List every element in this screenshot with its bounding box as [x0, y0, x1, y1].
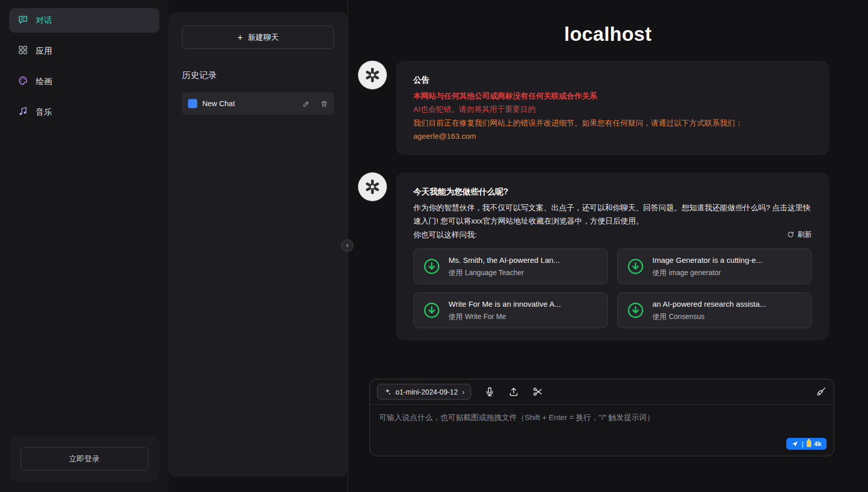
- message-list: 公告 本网站与任何其他公司或商标没有任何关联或合作关系 AI也会犯错。请勿将其用…: [348, 61, 868, 378]
- history-item-title: New Chat: [202, 100, 297, 108]
- model-label: o1-mini-2024-09-12: [395, 388, 458, 396]
- main-chat-area: localhost 公告 本网站与任何其他公司或商标没有任何关联或合作关系 AI…: [347, 0, 868, 492]
- sidebar-nav: 对话 应用 绘画 音乐: [9, 8, 159, 125]
- suggestion-title: Image Generator is a cutting-e...: [652, 255, 803, 265]
- sparkle-icon: [384, 388, 391, 396]
- openai-logo-icon: [363, 177, 382, 196]
- sidebar-item-label: 绘画: [36, 77, 52, 87]
- refresh-label: 刷新: [797, 228, 812, 241]
- app-window: 对话 应用 绘画 音乐 立即登录: [0, 0, 868, 492]
- upload-icon[interactable]: [508, 386, 519, 397]
- chat-bubble-icon: [17, 14, 29, 27]
- composer-body: | 4k: [370, 405, 834, 456]
- microphone-icon[interactable]: [484, 386, 495, 397]
- edit-icon[interactable]: [302, 100, 310, 108]
- suggestion-grid: Ms. Smith, the AI-powered Lan... 使用 Lang…: [413, 249, 812, 328]
- suggestion-subtitle: 使用 Language Teacher: [449, 268, 599, 278]
- suggestion-subtitle: 使用 Write For Me: [449, 312, 599, 322]
- refresh-icon: [787, 231, 794, 238]
- sidebar-item-chat[interactable]: 对话: [9, 8, 159, 33]
- welcome-body: 作为你的智慧伙伴，我不仅可以写文案、出点子，还可以和你聊天、回答问题。想知道我还…: [413, 201, 812, 228]
- refresh-button[interactable]: 刷新: [787, 228, 812, 241]
- sidebar-item-label: 应用: [36, 46, 52, 57]
- broom-clear-icon[interactable]: [816, 386, 827, 397]
- plus-icon: +: [237, 33, 243, 42]
- sidebar-item-paint[interactable]: 绘画: [9, 69, 159, 94]
- token-badge[interactable]: | 4k: [786, 438, 827, 450]
- history-panel: + 新建聊天 历史记录 New Chat: [169, 0, 347, 492]
- announcement-line2: AI也会犯错。请勿将其用于重要目的: [413, 103, 812, 116]
- openai-logo-icon: [363, 65, 382, 85]
- scissors-icon[interactable]: [532, 386, 543, 397]
- token-count: 4k: [814, 440, 822, 448]
- circle-down-arrow-icon: [422, 257, 441, 276]
- history-list-item[interactable]: New Chat: [182, 92, 334, 115]
- new-chat-button[interactable]: + 新建聊天: [182, 26, 334, 49]
- send-plane-icon: [791, 440, 799, 448]
- battery-icon: [807, 440, 811, 447]
- composer: o1-mini-2024-09-12 ›: [369, 379, 834, 456]
- suggestion-subtitle: 使用 image generator: [652, 268, 803, 278]
- assistant-avatar: [358, 173, 387, 201]
- welcome-bubble: 今天我能为您做些什么呢? 作为你的智慧伙伴，我不仅可以写文案、出点子，还可以和你…: [396, 173, 829, 340]
- message-welcome: 今天我能为您做些什么呢? 作为你的智慧伙伴，我不仅可以写文案、出点子，还可以和你…: [358, 173, 829, 340]
- collapse-sidebar-button[interactable]: ‹: [341, 239, 354, 252]
- assistant-avatar: [358, 61, 387, 89]
- delete-icon[interactable]: [320, 100, 328, 108]
- palette-icon: [17, 75, 29, 88]
- history-title: 历史记录: [182, 69, 334, 81]
- model-selector[interactable]: o1-mini-2024-09-12 ›: [377, 384, 471, 400]
- suggestion-subtitle: 使用 Consensus: [652, 312, 803, 322]
- message-input[interactable]: [379, 413, 825, 445]
- suggestion-card[interactable]: an AI-powered research assista... 使用 Con…: [617, 292, 812, 328]
- chevron-left-icon: ‹: [346, 241, 349, 249]
- sidebar: 对话 应用 绘画 音乐 立即登录: [0, 0, 169, 492]
- composer-toolbar: o1-mini-2024-09-12 ›: [370, 379, 834, 405]
- message-announcement: 公告 本网站与任何其他公司或商标没有任何关联或合作关系 AI也会犯错。请勿将其用…: [358, 61, 829, 155]
- sidebar-item-music[interactable]: 音乐: [9, 100, 159, 125]
- announcement-line3: 我们目前正在修复我们网站上的错误并改进细节。如果您有任何疑问，请通过以下方式联系…: [413, 116, 812, 130]
- suggestion-card[interactable]: Image Generator is a cutting-e... 使用 ima…: [617, 249, 812, 284]
- announcement-bubble: 公告 本网站与任何其他公司或商标没有任何关联或合作关系 AI也会犯错。请勿将其用…: [396, 61, 829, 155]
- circle-down-arrow-icon: [422, 301, 441, 320]
- history-card: + 新建聊天 历史记录 New Chat: [169, 12, 347, 477]
- announcement-line1: 本网站与任何其他公司或商标没有任何关联或合作关系: [413, 89, 812, 103]
- chat-item-icon: [188, 99, 197, 108]
- announcement-title: 公告: [413, 73, 812, 87]
- sidebar-item-label: 对话: [36, 15, 52, 26]
- suggestion-card[interactable]: Ms. Smith, the AI-powered Lan... 使用 Lang…: [413, 249, 608, 284]
- page-title: localhost: [348, 23, 868, 45]
- sidebar-item-apps[interactable]: 应用: [9, 39, 159, 63]
- new-chat-label: 新建聊天: [248, 33, 279, 42]
- welcome-hint: 你也可以这样问我:: [413, 228, 477, 241]
- circle-down-arrow-icon: [626, 257, 645, 276]
- login-card: 立即登录: [9, 436, 159, 482]
- badge-divider: |: [802, 440, 803, 448]
- music-note-icon: [17, 106, 29, 119]
- suggestion-title: Ms. Smith, the AI-powered Lan...: [449, 255, 599, 265]
- apps-grid-icon: [17, 44, 29, 58]
- suggestion-title: Write For Me is an innovative A...: [449, 299, 599, 309]
- welcome-title: 今天我能为您做些什么呢?: [413, 185, 812, 199]
- sidebar-item-label: 音乐: [36, 107, 52, 118]
- login-button[interactable]: 立即登录: [20, 447, 148, 471]
- suggestion-card[interactable]: Write For Me is an innovative A... 使用 Wr…: [413, 292, 608, 328]
- circle-down-arrow-icon: [626, 301, 645, 320]
- suggestion-title: an AI-powered research assista...: [652, 299, 803, 309]
- contact-email-link[interactable]: ageerle@163.com: [413, 132, 476, 140]
- chevron-right-icon: ›: [462, 387, 464, 396]
